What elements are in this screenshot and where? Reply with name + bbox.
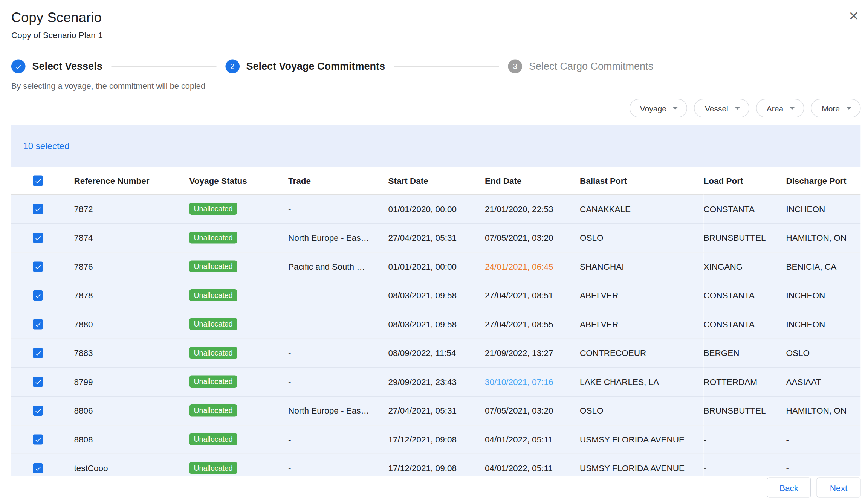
- table-row: 7880Unallocated-08/03/2021, 09:5827/04/2…: [11, 310, 861, 339]
- cell-ballast-port: SHANGHAI: [580, 252, 704, 281]
- status-badge: Unallocated: [189, 261, 237, 273]
- filter-label: More: [822, 104, 840, 113]
- column-header-ballast-port: Ballast Port: [580, 167, 704, 194]
- selected-count: 10 selected: [23, 141, 70, 151]
- chevron-down-icon: [790, 107, 795, 110]
- step-number-badge: 2: [225, 60, 240, 74]
- step-label-select-voyage-commitments: Select Voyage Commitments: [246, 61, 385, 73]
- selection-toolbar: 10 selected: [11, 125, 861, 168]
- cell-start-date: 29/09/2021, 23:43: [388, 367, 485, 396]
- cell-trade: -: [288, 425, 388, 454]
- step-label-select-vessels: Select Vessels: [32, 61, 102, 73]
- filter-label: Voyage: [640, 104, 666, 113]
- table-row: 7872Unallocated-01/01/2020, 00:0021/01/2…: [11, 194, 861, 223]
- row-checkbox[interactable]: [33, 348, 43, 358]
- cell-discharge-port: INCHEON: [786, 310, 861, 339]
- cell-reference-number: testCooo: [74, 454, 189, 476]
- table-row: testCoooUnallocated-17/12/2021, 09:0804/…: [11, 454, 861, 476]
- voyage-commitments-table: Reference Number Voyage Status Trade Sta…: [11, 167, 861, 476]
- row-checkbox[interactable]: [33, 463, 43, 473]
- status-badge: Unallocated: [189, 376, 237, 388]
- cell-end-date: 30/10/2021, 07:16: [485, 367, 580, 396]
- cell-reference-number: 7883: [74, 339, 189, 368]
- column-header-end-date: End Date: [485, 167, 580, 194]
- cell-trade: Pacific and South …: [288, 252, 388, 281]
- row-checkbox[interactable]: [33, 290, 43, 301]
- step-connector: [112, 66, 216, 67]
- row-checkbox[interactable]: [33, 319, 43, 330]
- cell-reference-number: 8799: [74, 367, 189, 396]
- status-badge: Unallocated: [189, 404, 237, 417]
- cell-start-date: 08/03/2021, 09:58: [388, 310, 485, 339]
- cell-end-date: 04/01/2022, 05:11: [485, 425, 580, 454]
- status-badge: Unallocated: [189, 289, 237, 301]
- step-select-vessels[interactable]: Select Vessels: [11, 60, 102, 74]
- filter-more-button[interactable]: More: [811, 99, 861, 118]
- row-checkbox[interactable]: [33, 435, 43, 445]
- cell-load-port: BRUNSBUTTEL: [704, 223, 786, 252]
- step-select-cargo-commitments[interactable]: 3 Select Cargo Commitments: [508, 60, 653, 74]
- step-complete-check-icon: [11, 60, 26, 74]
- cell-ballast-port: OSLO: [580, 396, 704, 425]
- table-body: 7872Unallocated-01/01/2020, 00:0021/01/2…: [11, 194, 861, 476]
- cell-load-port: BERGEN: [704, 339, 786, 368]
- column-header-start-date: Start Date: [388, 167, 485, 194]
- cell-trade: -: [288, 339, 388, 368]
- table-row: 8799Unallocated-29/09/2021, 23:4330/10/2…: [11, 367, 861, 396]
- cell-end-date: 07/05/2021, 03:20: [485, 223, 580, 252]
- filter-area-button[interactable]: Area: [756, 99, 804, 118]
- table-row: 7878Unallocated-08/03/2021, 09:5827/04/2…: [11, 281, 861, 310]
- status-badge: Unallocated: [189, 462, 237, 474]
- filter-vessel-button[interactable]: Vessel: [694, 99, 749, 118]
- cell-trade: -: [288, 194, 388, 223]
- filter-label: Vessel: [705, 104, 728, 113]
- next-button[interactable]: Next: [817, 478, 861, 498]
- cell-ballast-port: LAKE CHARLES, LA: [580, 367, 704, 396]
- cell-load-port: CONSTANTA: [704, 281, 786, 310]
- close-button[interactable]: ✕: [846, 8, 861, 25]
- cell-reference-number: 7872: [74, 194, 189, 223]
- select-all-checkbox[interactable]: [33, 176, 43, 186]
- check-icon: [34, 205, 42, 213]
- table-row: 7874UnallocatedNorth Europe - Eas…27/04/…: [11, 223, 861, 252]
- cell-ballast-port: USMSY FLORIDA AVENUE: [580, 425, 704, 454]
- cell-end-date: 04/01/2022, 05:11: [485, 454, 580, 476]
- cell-ballast-port: USMSY FLORIDA AVENUE: [580, 454, 704, 476]
- cell-end-date: 21/09/2022, 13:27: [485, 339, 580, 368]
- filter-label: Area: [767, 104, 783, 113]
- row-checkbox[interactable]: [33, 262, 43, 272]
- check-icon: [34, 349, 42, 357]
- cell-trade: North Europe - Eas…: [288, 396, 388, 425]
- cell-ballast-port: OSLO: [580, 223, 704, 252]
- row-checkbox[interactable]: [33, 233, 43, 243]
- column-header-reference-number: Reference Number: [74, 167, 189, 194]
- column-header-discharge-port: Discharge Port: [786, 167, 861, 194]
- cell-load-port: XINGANG: [704, 252, 786, 281]
- status-badge: Unallocated: [189, 318, 237, 330]
- cell-trade: -: [288, 454, 388, 476]
- cell-reference-number: 7880: [74, 310, 189, 339]
- check-icon: [34, 320, 42, 328]
- cell-load-port: CONSTANTA: [704, 310, 786, 339]
- table-header-row: Reference Number Voyage Status Trade Sta…: [11, 167, 861, 194]
- check-icon: [34, 234, 42, 242]
- status-badge: Unallocated: [189, 433, 237, 446]
- cell-start-date: 17/12/2021, 09:08: [388, 454, 485, 476]
- row-checkbox[interactable]: [33, 377, 43, 387]
- row-checkbox[interactable]: [33, 204, 43, 214]
- check-icon: [34, 177, 42, 185]
- dialog-header: Copy Scenario Copy of Scenario Plan 1 ✕: [0, 0, 868, 40]
- row-checkbox[interactable]: [33, 406, 43, 416]
- cell-start-date: 01/01/2021, 00:00: [388, 252, 485, 281]
- page-title: Copy Scenario: [11, 9, 857, 26]
- cell-start-date: 08/09/2022, 11:54: [388, 339, 485, 368]
- filter-voyage-button[interactable]: Voyage: [629, 99, 687, 118]
- cell-load-port: BRUNSBUTTEL: [704, 396, 786, 425]
- table-row: 8808Unallocated-17/12/2021, 09:0804/01/2…: [11, 425, 861, 454]
- cell-start-date: 17/12/2021, 09:08: [388, 425, 485, 454]
- cell-discharge-port: -: [786, 425, 861, 454]
- back-button[interactable]: Back: [767, 478, 811, 498]
- step-select-voyage-commitments[interactable]: 2 Select Voyage Commitments: [225, 60, 385, 74]
- cell-end-date: 07/05/2021, 03:20: [485, 396, 580, 425]
- status-badge: Unallocated: [189, 347, 237, 359]
